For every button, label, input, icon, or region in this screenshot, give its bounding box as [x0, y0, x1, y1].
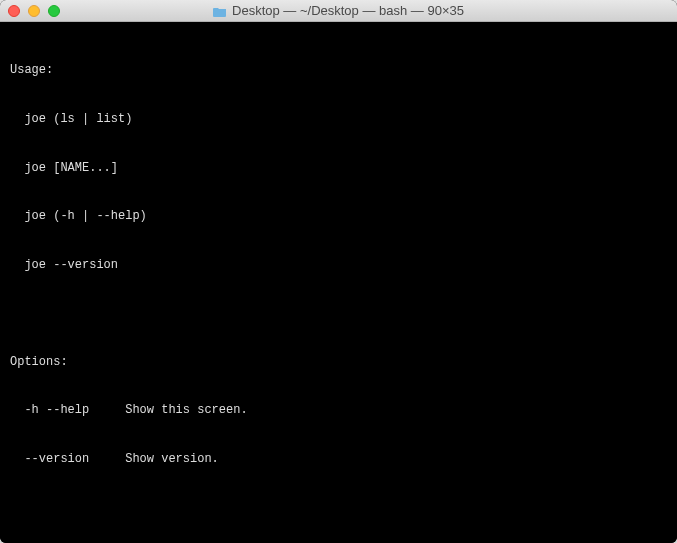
titlebar[interactable]: Desktop — ~/Desktop — bash — 90×35: [0, 0, 677, 22]
blank-line: [10, 305, 667, 321]
terminal-viewport[interactable]: Usage: joe (ls | list) joe [NAME...] joe…: [0, 22, 677, 543]
close-icon[interactable]: [8, 5, 20, 17]
option-line: --version Show version.: [10, 451, 667, 467]
option-line: -h --help Show this screen.: [10, 402, 667, 418]
blank-line: [10, 499, 667, 515]
usage-line: joe [NAME...]: [10, 160, 667, 176]
window-title: Desktop — ~/Desktop — bash — 90×35: [0, 3, 677, 18]
usage-line: joe (ls | list): [10, 111, 667, 127]
minimize-icon[interactable]: [28, 5, 40, 17]
usage-line: joe (-h | --help): [10, 208, 667, 224]
usage-line: joe --version: [10, 257, 667, 273]
maximize-icon[interactable]: [48, 5, 60, 17]
traffic-lights: [8, 5, 60, 17]
options-header: Options:: [10, 354, 667, 370]
window-title-text: Desktop — ~/Desktop — bash — 90×35: [232, 3, 464, 18]
usage-header: Usage:: [10, 62, 667, 78]
terminal-window: Desktop — ~/Desktop — bash — 90×35 Usage…: [0, 0, 677, 543]
folder-icon: [213, 5, 227, 16]
